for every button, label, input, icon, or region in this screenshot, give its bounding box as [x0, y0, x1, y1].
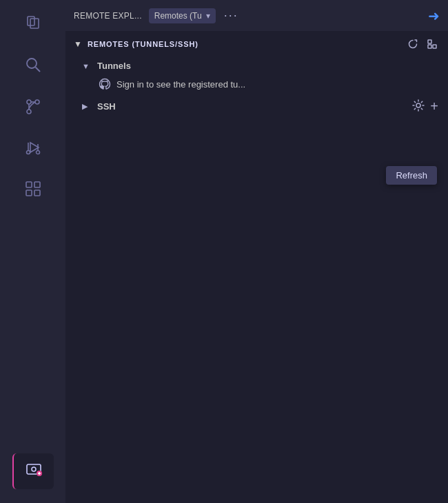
source-control-icon [23, 96, 43, 119]
tunnels-item[interactable]: ▼ Tunnels [65, 57, 448, 74]
explorer-panel: ▼ REMOTES (TUNNELS/SSH) [65, 31, 448, 503]
svg-rect-12 [26, 190, 32, 196]
dropdown-label: Remotes (Tu [154, 11, 202, 21]
sign-in-item[interactable]: Sign in to see the registered tu... [65, 74, 448, 94]
svg-rect-20 [428, 40, 431, 43]
section-title: REMOTES (TUNNELS/SSH) [88, 40, 400, 48]
svg-point-2 [27, 59, 37, 68]
main-panel: REMOTE EXPL... Remotes (Tu ▾ ··· ➜ ▼ REM… [65, 0, 448, 503]
files-icon [23, 14, 43, 36]
ssh-add-button[interactable]: + [429, 97, 440, 116]
sidebar-item-explorer[interactable] [12, 7, 54, 43]
panel-header: REMOTE EXPL... Remotes (Tu ▾ ··· ➜ [65, 0, 448, 31]
run-debug-icon [23, 138, 43, 160]
sidebar-item-source-control[interactable] [12, 90, 54, 125]
svg-line-3 [35, 68, 40, 72]
svg-rect-11 [34, 182, 40, 187]
tunnels-chevron-icon: ▼ [82, 62, 92, 70]
remote-explorer-icon [24, 460, 43, 482]
ssh-settings-button[interactable] [411, 98, 426, 116]
section-actions [405, 37, 440, 52]
ssh-chevron-icon: ▶ [82, 102, 92, 111]
collapse-all-button[interactable] [425, 37, 440, 52]
remotes-dropdown[interactable]: Remotes (Tu ▾ [149, 8, 216, 23]
chevron-down-icon: ▾ [206, 11, 210, 21]
ssh-item[interactable]: ▶ SSH + [65, 94, 448, 119]
activity-bar [0, 0, 65, 503]
svg-point-8 [26, 151, 30, 154]
refresh-button[interactable] [405, 37, 420, 52]
svg-point-15 [32, 467, 36, 471]
sign-in-label: Sign in to see the registered tu... [116, 79, 245, 90]
svg-point-6 [35, 100, 39, 104]
ssh-label: SSH [97, 101, 116, 112]
sidebar-item-search[interactable] [12, 48, 54, 84]
svg-rect-10 [26, 182, 32, 187]
panel-title: REMOTE EXPL... [74, 11, 142, 21]
svg-rect-13 [34, 190, 40, 196]
sidebar-item-extensions[interactable] [12, 172, 54, 208]
section-header: ▼ REMOTES (TUNNELS/SSH) [65, 31, 448, 57]
more-options-button[interactable]: ··· [224, 8, 238, 23]
svg-rect-21 [433, 45, 436, 48]
svg-point-4 [27, 100, 31, 104]
svg-point-9 [36, 151, 39, 154]
extensions-icon [23, 179, 43, 201]
svg-point-23 [416, 103, 420, 107]
svg-point-5 [27, 110, 31, 114]
sidebar-item-run-debug[interactable] [12, 131, 54, 167]
tunnels-label: Tunnels [97, 61, 131, 71]
section-chevron-icon: ▼ [74, 39, 82, 49]
ssh-actions: + [411, 97, 440, 116]
svg-rect-22 [428, 45, 431, 48]
search-icon [23, 55, 43, 77]
sidebar-item-remote-explorer[interactable] [12, 453, 54, 489]
github-icon [99, 78, 111, 90]
refresh-tooltip: Refresh [386, 166, 437, 185]
svg-rect-0 [28, 17, 34, 25]
arrow-icon: ➜ [428, 8, 440, 24]
